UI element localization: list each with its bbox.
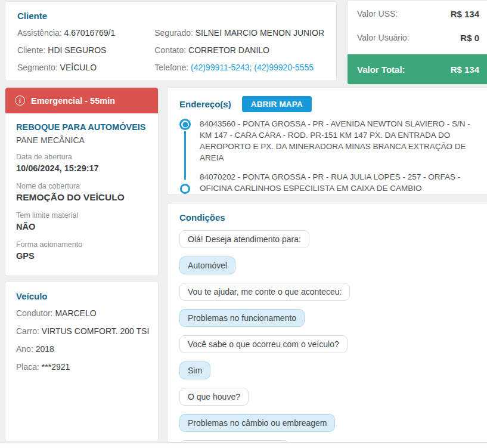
chat-bubble-question: Olá! Deseja atendimento para: xyxy=(179,230,309,248)
value-usuario: R$ 0 xyxy=(460,33,479,43)
origin-point-icon xyxy=(179,119,191,130)
value-row-usuario: Valor Usuário: R$ 0 xyxy=(348,26,487,50)
address-item-destination: 84070202 - PONTA GROSSA - PR - RUA JULIA… xyxy=(179,171,487,194)
client-card-title: Cliente xyxy=(17,11,324,21)
emergency-banner-label: Emergencial - 55min xyxy=(31,96,115,106)
vehicle-card-title: Veículo xyxy=(16,291,147,301)
chat-bubble-answer: Automóvel xyxy=(179,257,235,274)
bottom-panel-edge xyxy=(0,443,487,448)
chat-bubble-question: Você sabe o que ocorreu com o veículo? xyxy=(179,335,348,353)
destination-point-icon xyxy=(180,184,190,194)
field-nome-cobertura: Nome da cobertura REMOÇÃO DO VEÍCULO xyxy=(16,181,147,203)
origin-address: 84043560 - PONTA GROSSA - PR - AVENIDA N… xyxy=(200,118,481,163)
service-name: REBOQUE PARA AUTOMÓVEIS xyxy=(16,121,147,133)
chat-transcript: Olá! Deseja atendimento para: Automóvel … xyxy=(179,230,487,443)
address-timeline: 84043560 - PONTA GROSSA - PR - AVENIDA N… xyxy=(179,118,487,194)
values-card: Valor USS: R$ 134 Valor Usuário: R$ 0 Va… xyxy=(347,0,487,85)
assistance-dashboard: Cliente Assistência: 4.67016769/1 Client… xyxy=(0,0,487,448)
field-telefone: Telefone: (42)99911-5243; (42)99920-5555 xyxy=(154,62,324,73)
emergency-banner: i Emergencial - 55min xyxy=(5,88,158,113)
chat-bubble-question: Vou te ajudar, me conte o que aconteceu: xyxy=(179,283,350,301)
address-item-origin: 84043560 - PONTA GROSSA - PR - AVENIDA N… xyxy=(179,118,487,163)
field-data-abertura: Data de abertura 10/06/2024, 15:29:17 xyxy=(16,152,147,174)
service-card: i Emergencial - 55min REBOQUE PARA AUTOM… xyxy=(5,87,159,276)
value-row-total: Valor Total: R$ 134 xyxy=(348,54,487,84)
chat-bubble-answer: Problemas no câmbio ou embreagem xyxy=(179,414,335,432)
field-placa: Placa: ***2921 xyxy=(16,362,147,373)
chat-bubble-answer: Sim xyxy=(179,362,210,379)
value-uss: R$ 134 xyxy=(451,9,479,19)
field-limite-material: Tem limite material NÃO xyxy=(16,211,147,233)
field-assistencia: Assistência: 4.67016769/1 xyxy=(17,27,154,39)
field-carro: Carro: VIRTUS COMFORT. 200 TSI xyxy=(16,326,147,337)
chat-bubble-answer: Problemas no funcionamento xyxy=(179,309,305,327)
field-ano: Ano: 2018 xyxy=(16,344,147,355)
addresses-card: Endereço(s) ABRIR MAPA 84043560 - PONTA … xyxy=(167,87,487,195)
conditions-card-title: Condições xyxy=(179,212,487,223)
value-row-uss: Valor USS: R$ 134 xyxy=(348,2,487,26)
field-cliente: Cliente: HDI SEGUROS xyxy=(17,45,154,56)
addresses-card-title: Endereço(s) xyxy=(179,99,231,109)
field-forma-acionamento: Forma acionamento GPS xyxy=(16,240,147,262)
field-contato: Contato: CORRETOR DANILO xyxy=(154,45,324,56)
field-condutor: Condutor: MARCELO xyxy=(16,308,147,319)
vehicle-card: Veículo Condutor: MARCELO Carro: VIRTUS … xyxy=(5,281,159,442)
info-icon: i xyxy=(15,95,25,106)
conditions-card: Condições Olá! Deseja atendimento para: … xyxy=(167,203,487,443)
chat-bubble-question: O que houve? xyxy=(179,388,249,406)
destination-address: 84070202 - PONTA GROSSA - PR - RUA JULIA… xyxy=(200,171,481,194)
value-total: R$ 134 xyxy=(451,64,479,75)
phone-link[interactable]: (42)99911-5243; (42)99920-5555 xyxy=(191,63,314,72)
client-card: Cliente Assistência: 4.67016769/1 Client… xyxy=(5,1,337,81)
field-segmento: Segmento: VEÍCULO xyxy=(17,62,154,73)
open-map-button[interactable]: ABRIR MAPA xyxy=(242,96,312,112)
field-segurado: Segurado: SILNEI MARCIO MENON JUNIOR xyxy=(154,27,324,39)
client-fields: Assistência: 4.67016769/1 Cliente: HDI S… xyxy=(17,27,324,79)
service-detail: PANE MECÂNICA xyxy=(16,135,147,145)
